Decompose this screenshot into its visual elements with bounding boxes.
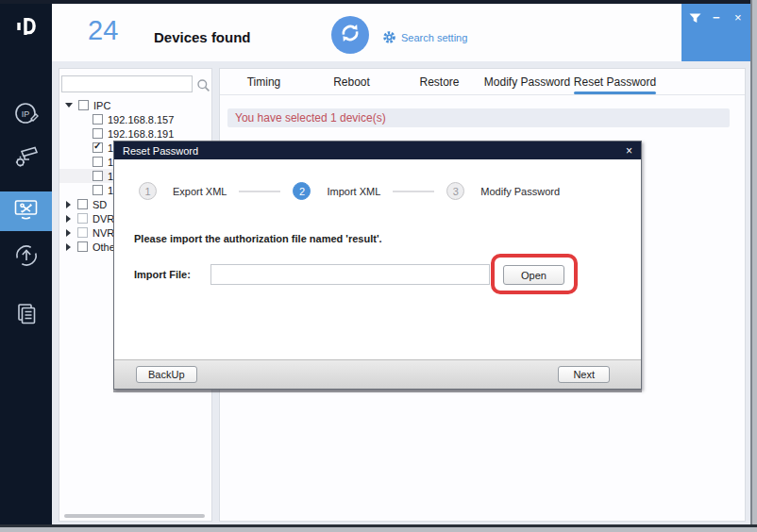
checkbox-device[interactable] [93,128,103,139]
checkbox-dvr[interactable] [77,213,88,224]
step-2-label: Import XML [327,186,380,197]
svg-text:IP: IP [21,109,29,119]
close-button[interactable]: × [734,11,742,24]
window-frame-bottom [0,524,757,532]
step-connector [239,191,280,192]
step-connector [393,191,434,192]
upgrade-icon [12,241,41,274]
tree-item-device[interactable]: 192.168.8.157 [59,112,211,126]
backup-button[interactable]: BackUp [136,366,197,383]
dialog-instruction: Please import the authorization file nam… [134,233,382,244]
sidebar-item-modify-ip[interactable]: IP [0,96,52,136]
tab-reset-password[interactable]: Reset Password [571,69,659,94]
tab-modify-password[interactable]: Modify Password [483,69,571,94]
checkbox-device[interactable] [93,114,103,125]
chevron-right-icon[interactable] [66,201,71,208]
app-window: IP [0,0,757,532]
gear-icon[interactable] [382,30,396,48]
tree-item-device[interactable]: 192.168.8.191 [59,126,211,141]
devices-found-label: Devices found [154,29,251,45]
step-2-circle: 2 [293,182,311,200]
checkbox-device[interactable] [93,157,103,167]
wizard-steps: 1 Export XML 2 Import XML 3 Modify Passw… [139,182,641,200]
modify-ip-icon: IP [12,100,41,132]
dialog-title: Reset Password [123,145,198,157]
selection-message: You have selected 1 device(s) [227,108,730,127]
window-frame-top [0,0,757,4]
tab-bar: Timing Reboot Restore Modify Password Re… [220,69,745,95]
search-setting-link[interactable]: Search setting [401,32,467,43]
horizontal-scrollbar[interactable] [64,514,205,518]
tree-group-label: Othe [93,241,115,253]
sidebar-item-device-config[interactable] [0,139,52,178]
chevron-right-icon[interactable] [66,215,71,223]
reset-password-dialog: Reset Password × 1 Export XML 2 Import X… [113,141,642,390]
device-ip-label: 192.168.8.191 [108,128,174,140]
chevron-right-icon[interactable] [66,229,71,237]
search-icon[interactable] [196,78,210,96]
brand-logo [12,11,41,47]
skin-menu-icon[interactable] [689,13,701,25]
chevron-right-icon[interactable] [66,243,71,251]
tree-group-label: IPC [93,100,110,111]
chevron-down-icon[interactable] [65,103,73,108]
import-file-input[interactable] [210,264,490,285]
checkbox-sd[interactable] [77,199,88,209]
header: 24 Devices found Search setting [52,4,750,61]
tree-search-input[interactable] [61,75,193,92]
device-ip-label: 192.168.8.157 [108,114,174,125]
checkbox-nvr[interactable] [77,227,88,238]
checkbox-others[interactable] [77,241,88,252]
window-controls: − × [681,4,750,61]
step-3-circle: 3 [446,182,464,200]
tree-group-label: SD [93,199,107,210]
refresh-button[interactable] [331,16,369,54]
system-settings-icon [12,195,41,227]
tab-reboot[interactable]: Reboot [308,69,395,94]
checkbox-device[interactable] [93,185,103,195]
checkbox-device-checked[interactable] [93,142,103,153]
tree-group-ipc[interactable]: IPC [59,98,211,112]
dialog-footer: BackUp Next [114,359,641,389]
sidebar-item-system-settings[interactable] [0,191,52,231]
tab-restore[interactable]: Restore [395,69,483,94]
device-config-icon [12,142,41,175]
dialog-close-icon[interactable]: × [626,145,632,157]
checkbox-device[interactable] [93,171,103,181]
tab-timing[interactable]: Timing [220,69,308,94]
step-1-label: Export XML [173,186,227,197]
window-frame-right [750,0,757,532]
checkbox-ipc[interactable] [78,100,89,110]
report-icon [12,300,41,332]
tree-group-label: NVR [93,227,114,239]
sidebar: IP [0,4,52,524]
tree-group-label: DVR [93,213,114,224]
dialog-titlebar: Reset Password × [114,141,641,159]
open-button[interactable]: Open [503,265,564,285]
device-count: 24 [88,15,118,46]
step-1-circle: 1 [139,182,157,200]
next-button[interactable]: Next [558,366,610,383]
step-3-label: Modify Password [480,186,560,197]
refresh-icon [338,21,362,49]
sidebar-item-upgrade[interactable] [0,238,52,277]
minimize-button[interactable]: − [713,11,720,24]
import-file-label: Import File: [134,269,191,280]
sidebar-item-report[interactable] [0,296,52,336]
